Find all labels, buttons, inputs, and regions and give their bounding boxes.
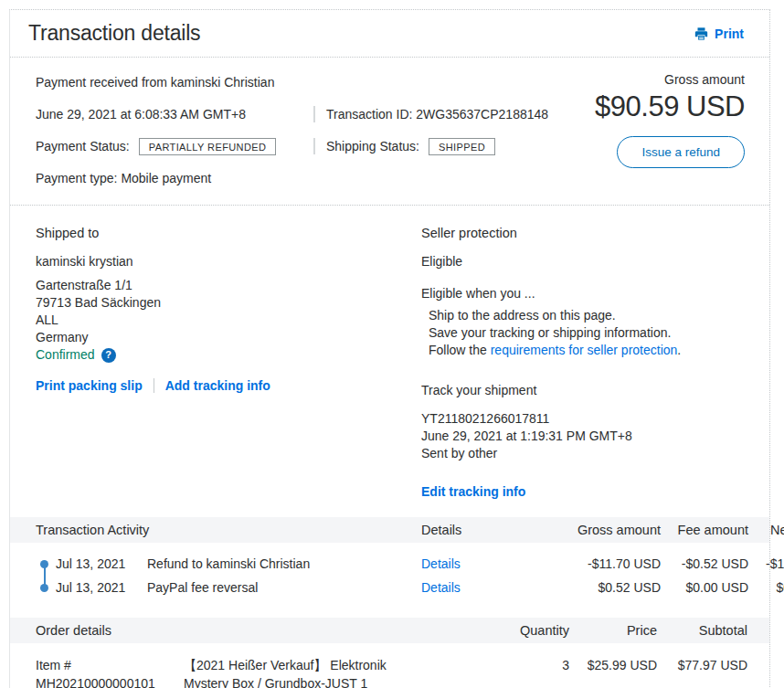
activity-date: Jul 13, 2021 — [56, 580, 147, 595]
condition-item: Save your tracking or shipping informati… — [429, 324, 745, 342]
tracking-number: YT2118021266017811 — [421, 410, 745, 428]
timeline-connector — [44, 563, 46, 587]
col-header-quantity: Quantity — [423, 623, 569, 638]
seller-protection-requirements-link[interactable]: requirements for seller protection — [491, 343, 678, 357]
item-subtotal: $77.97 USD — [657, 656, 747, 674]
printer-icon — [694, 26, 709, 41]
col-header-gross: Gross amount — [513, 523, 661, 537]
transaction-details-card: Transaction details Print Payment receiv… — [9, 9, 770, 688]
seller-protection-section: Seller protection Eligible Eligible when… — [421, 213, 745, 499]
item-price: $25.99 USD — [569, 656, 657, 674]
gross-amount-value: $90.59 USD — [562, 90, 745, 123]
shipping-status-label: Shipping Status: — [326, 139, 419, 153]
address-line: ALL — [36, 312, 421, 329]
item-name: 【2021 Heißer Verkauf】 Elektronik Mystery… — [184, 656, 423, 688]
condition-text: . — [677, 343, 681, 357]
activity-description: Refund to kaminski Christian — [147, 556, 421, 571]
recipient-name: kaminski krystian — [36, 254, 421, 269]
seller-protection-status: Eligible — [421, 254, 745, 269]
shipping-status-badge: SHIPPED — [429, 138, 495, 155]
order-details-title: Order details — [36, 623, 423, 638]
card-header: Transaction details Print — [10, 10, 769, 58]
divider — [313, 106, 315, 122]
details-link[interactable]: Details — [421, 556, 461, 571]
shipped-to-title: Shipped to — [36, 226, 421, 240]
gross-amount-label: Gross amount — [562, 72, 745, 87]
transaction-id: Transaction ID: 2WG35637CP2188148 — [326, 107, 548, 122]
address-confirmed-status: Confirmed — [36, 346, 95, 364]
address-line: 79713 Bad Säckingen — [36, 294, 421, 312]
activity-gross: -$11.70 USD — [513, 556, 661, 571]
seller-protection-title: Seller protection — [421, 226, 745, 240]
condition-item: Ship to the address on this page. — [429, 307, 745, 324]
received-from: Payment received from kaminski Christian — [36, 72, 562, 92]
payment-status-label: Payment Status: — [36, 139, 130, 153]
transaction-activity-rows: Jul 13, 2021 Refund to kaminski Christia… — [10, 543, 769, 607]
tracking-date: June 29, 2021 at 1:19:31 PM GMT+8 — [421, 428, 745, 445]
address-line: Germany — [36, 329, 421, 346]
payment-status-badge: PARTIALLY REFUNDED — [139, 138, 277, 155]
col-header-subtotal: Subtotal — [657, 623, 747, 638]
col-header-details: Details — [421, 523, 513, 537]
activity-date: Jul 13, 2021 — [56, 556, 147, 571]
details-link[interactable]: Details — [421, 580, 461, 595]
address-line: Gartenstraße 1/1 — [36, 277, 421, 294]
order-item-row: Item # MH20210000000101 【2021 Heißer Ver… — [10, 643, 769, 688]
condition-text: Follow the — [429, 343, 491, 357]
transaction-activity-header: Transaction Activity Details Gross amoun… — [10, 517, 769, 543]
activity-fee: -$0.52 USD — [661, 556, 748, 571]
col-header-net: Net amount — [748, 523, 784, 537]
issue-refund-button[interactable]: Issue a refund — [617, 136, 745, 168]
activity-description: PayPal fee reversal — [147, 580, 421, 595]
item-quantity: 3 — [423, 656, 569, 674]
help-icon[interactable]: ? — [101, 348, 116, 363]
track-shipment-title: Track your shipment — [421, 383, 745, 397]
payment-type: Payment type: Mobile payment — [36, 168, 562, 188]
activity-title: Transaction Activity — [36, 523, 421, 537]
condition-item: Follow the requirements for seller prote… — [429, 342, 745, 359]
shipped-to-section: Shipped to kaminski krystian Gartenstraß… — [36, 213, 421, 499]
activity-fee: $0.00 USD — [661, 580, 748, 595]
table-row: Jul 13, 2021 PayPal fee reversal Details… — [36, 576, 745, 599]
print-button[interactable]: Print — [694, 26, 744, 41]
add-tracking-info-link[interactable]: Add tracking info — [165, 378, 270, 393]
eligible-when-title: Eligible when you ... — [421, 286, 745, 301]
edit-tracking-info-link[interactable]: Edit tracking info — [421, 484, 525, 499]
table-row: Jul 13, 2021 Refund to kaminski Christia… — [36, 552, 745, 576]
activity-gross: $0.52 USD — [513, 580, 661, 595]
col-header-fee: Fee amount — [661, 523, 748, 537]
activity-net: $0.52 USD — [748, 580, 784, 595]
activity-net: -$11.18 USD — [748, 556, 784, 571]
tracking-carrier: Sent by other — [421, 445, 745, 462]
order-details-header: Order details Quantity Price Subtotal — [10, 618, 769, 643]
divider — [313, 138, 315, 154]
print-packing-slip-link[interactable]: Print packing slip — [36, 378, 143, 393]
print-label: Print — [715, 26, 744, 41]
payment-date: June 29, 2021 at 6:08:33 AM GMT+8 — [36, 107, 313, 122]
page-title: Transaction details — [28, 21, 200, 46]
item-number: Item # MH20210000000101 — [36, 656, 184, 688]
col-header-price: Price — [569, 623, 657, 638]
payment-summary: Payment received from kaminski Christian… — [10, 58, 769, 205]
divider — [154, 378, 154, 393]
